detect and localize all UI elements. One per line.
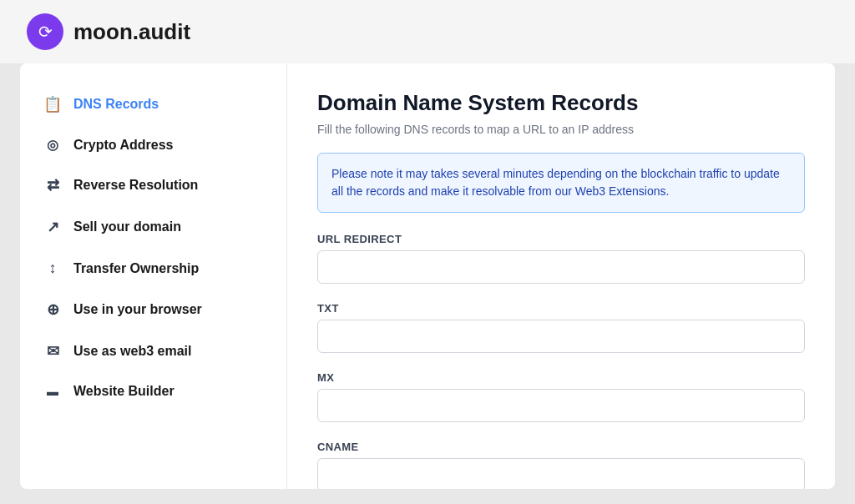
reverse-resolution-icon: ⇄	[43, 176, 62, 194]
txt-group: TXT	[317, 302, 805, 353]
cname-group: CNAME	[317, 441, 805, 489]
sidebar: 📋 DNS Records ◎ Crypto Address ⇄ Reverse…	[20, 63, 287, 489]
cname-input[interactable]	[317, 458, 805, 489]
use-in-browser-icon: ⊕	[43, 300, 62, 319]
logo-icon: ⟳	[38, 22, 53, 42]
sidebar-item-sell-domain[interactable]: ↗ Sell your domain	[20, 206, 286, 248]
top-bar: ⟳ moon.audit	[0, 0, 855, 63]
logo-circle: ⟳	[27, 13, 63, 50]
sidebar-item-transfer-ownership[interactable]: ↕ Transfer Ownership	[20, 248, 286, 289]
sidebar-item-label: Reverse Resolution	[73, 178, 198, 193]
content-area: Domain Name System Records Fill the foll…	[287, 63, 835, 489]
sidebar-item-dns-records[interactable]: 📋 DNS Records	[20, 83, 286, 125]
sidebar-item-label: Use in your browser	[73, 302, 202, 317]
use-as-web3-email-icon: ✉	[43, 342, 62, 360]
sidebar-item-label: Crypto Address	[73, 138, 173, 153]
txt-label: TXT	[317, 302, 805, 315]
sidebar-item-label: Sell your domain	[73, 219, 181, 234]
url-redirect-group: URL redirect	[317, 233, 805, 284]
mx-input[interactable]	[317, 389, 805, 422]
txt-input[interactable]	[317, 320, 805, 353]
sidebar-item-use-as-web3-email[interactable]: ✉ Use as web3 email	[20, 330, 286, 372]
sidebar-item-use-in-browser[interactable]: ⊕ Use in your browser	[20, 289, 286, 330]
website-builder-icon: ▬	[43, 385, 62, 398]
crypto-address-icon: ◎	[43, 137, 62, 153]
sidebar-item-label: Use as web3 email	[73, 344, 191, 359]
sidebar-item-reverse-resolution[interactable]: ⇄ Reverse Resolution	[20, 164, 286, 206]
transfer-ownership-icon: ↕	[43, 260, 62, 277]
mx-group: MX	[317, 371, 805, 422]
dns-records-icon: 📋	[43, 95, 62, 113]
cname-label: CNAME	[317, 441, 805, 453]
sidebar-item-website-builder[interactable]: ▬ Website Builder	[20, 372, 286, 411]
url-redirect-input[interactable]	[317, 250, 805, 284]
sidebar-item-label: Website Builder	[73, 384, 175, 399]
mx-label: MX	[317, 371, 805, 384]
sidebar-item-label: DNS Records	[73, 97, 159, 112]
page-title: Domain Name System Records	[317, 90, 805, 116]
url-redirect-label: URL redirect	[317, 233, 805, 245]
sidebar-item-crypto-address[interactable]: ◎ Crypto Address	[20, 125, 286, 164]
main-content: 📋 DNS Records ◎ Crypto Address ⇄ Reverse…	[20, 63, 835, 489]
brand-name: moon.audit	[73, 19, 190, 45]
page-subtitle: Fill the following DNS records to map a …	[317, 123, 805, 136]
sidebar-item-label: Transfer Ownership	[73, 261, 199, 276]
sell-domain-icon: ↗	[43, 218, 62, 236]
info-box: Please note it may takes several minutes…	[317, 153, 805, 213]
